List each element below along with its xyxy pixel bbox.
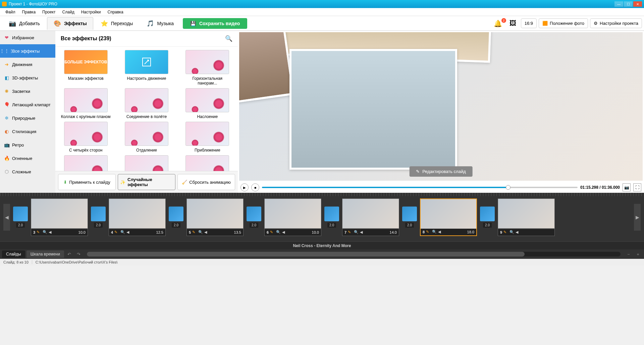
sidebar-item-6[interactable]: ❄Природные: [0, 111, 55, 125]
zoom-icon[interactable]: 🔍: [198, 230, 203, 234]
transition[interactable]: 2.0: [90, 204, 107, 231]
play-button[interactable]: ▶: [240, 183, 249, 191]
sidebar-item-7[interactable]: ◐Стилизация: [0, 125, 55, 138]
aspect-ratio-button[interactable]: 16:9: [521, 18, 537, 28]
slide-card[interactable]: 3✎🔍◀10.0: [31, 198, 88, 236]
sidebar-item-10[interactable]: ⬡Сложные: [0, 165, 55, 178]
effect-item[interactable]: Соединение в полёте: [119, 88, 173, 119]
edit-icon[interactable]: ✎: [114, 230, 119, 234]
transition[interactable]: 2.0: [401, 204, 418, 231]
prev-icon[interactable]: ◀: [126, 230, 131, 234]
effect-item[interactable]: [119, 155, 173, 171]
timeline-scrollbar[interactable]: [87, 252, 621, 256]
undo-button[interactable]: ↶: [65, 251, 73, 257]
reset-animation-button[interactable]: 🧹Сбросить анимацию: [177, 174, 235, 190]
photo-position-button[interactable]: 🟧Положение фото: [539, 18, 588, 28]
sidebar-item-2[interactable]: ➜Движения: [0, 58, 55, 71]
slide-card[interactable]: 4✎🔍◀12.5: [109, 198, 166, 236]
project-settings-button[interactable]: ⚙Настройки проекта: [590, 18, 642, 28]
zoom-in-button[interactable]: +: [634, 251, 642, 257]
slide-card[interactable]: 9✎🔍◀: [498, 198, 555, 236]
progress-thumb[interactable]: [506, 185, 511, 190]
save-video-button[interactable]: 💾Сохранить видео: [183, 18, 247, 29]
sidebar-item-4[interactable]: ✺Засветки: [0, 84, 55, 98]
slide-card[interactable]: 5✎🔍◀13.5: [186, 198, 244, 236]
effect-thumb: [185, 155, 229, 171]
timeline-prev[interactable]: ◀: [3, 204, 10, 231]
transition[interactable]: 2.0: [323, 204, 340, 231]
edit-icon[interactable]: ✎: [426, 230, 431, 234]
random-effects-button[interactable]: ✨Случайные эффекты: [118, 174, 175, 190]
menu-settings[interactable]: Настройки: [78, 10, 104, 14]
menu-project[interactable]: Проект: [39, 10, 59, 14]
effect-item[interactable]: Настроить движение: [119, 50, 173, 85]
fullscreen-button[interactable]: ⛶: [633, 183, 641, 191]
edit-icon[interactable]: ✎: [503, 230, 508, 234]
effect-item[interactable]: Горизонтальная панорам...: [180, 50, 234, 85]
transition[interactable]: 2.0: [168, 204, 184, 231]
audio-track[interactable]: Neil Cross - Eternity And More: [0, 241, 644, 249]
timeline-next[interactable]: ▶: [634, 204, 641, 231]
sidebar-item-5[interactable]: 🎈Летающий клипарт: [0, 98, 55, 111]
menu-help[interactable]: Справка: [104, 10, 126, 14]
tab-effects[interactable]: 🎨Эффекты: [47, 17, 93, 30]
minimize-button[interactable]: —: [614, 1, 623, 7]
effect-item[interactable]: С четырёх сторон: [59, 122, 113, 153]
edit-icon[interactable]: ✎: [192, 230, 197, 234]
effect-item[interactable]: Коллаж с крупным планом: [59, 88, 113, 119]
zoom-icon[interactable]: 🔍: [354, 230, 359, 234]
edit-icon[interactable]: ✎: [270, 230, 275, 234]
sidebar-item-1[interactable]: ⋮⋮⋮Все эффекты: [0, 44, 55, 58]
gallery-button[interactable]: 🖼: [507, 19, 519, 27]
prev-icon[interactable]: ◀: [438, 230, 443, 234]
menu-slide[interactable]: Слайд: [59, 10, 78, 14]
tab-music[interactable]: 🎵Музыка: [140, 17, 180, 30]
prev-icon[interactable]: ◀: [360, 230, 365, 234]
slide-card[interactable]: 7✎🔍◀14.0: [342, 198, 399, 236]
notifications-button[interactable]: 🔔2: [491, 19, 505, 27]
tab-timeline[interactable]: Шкала времени: [26, 250, 64, 258]
progress-bar[interactable]: [262, 187, 578, 188]
sidebar-item-0[interactable]: ❤Избранное: [0, 31, 55, 44]
prev-icon[interactable]: ◀: [49, 230, 53, 234]
effect-item[interactable]: [59, 155, 113, 171]
sidebar-item-8[interactable]: 📺Ретро: [0, 138, 55, 152]
sidebar-item-3[interactable]: ◧3D-эффекты: [0, 71, 55, 84]
effect-item[interactable]: Наслоение: [180, 88, 234, 119]
stop-button[interactable]: ■: [251, 183, 259, 191]
zoom-icon[interactable]: 🔍: [509, 230, 514, 234]
redo-button[interactable]: ↷: [75, 251, 83, 257]
sidebar-item-9[interactable]: 🔥Огненные: [0, 152, 55, 165]
effect-item[interactable]: Отдаление: [119, 122, 173, 153]
edit-slide-button[interactable]: ✎Редактировать слайд: [409, 166, 473, 177]
prev-icon[interactable]: ◀: [204, 230, 209, 234]
snapshot-button[interactable]: 📷: [623, 183, 631, 191]
zoom-icon[interactable]: 🔍: [432, 230, 437, 234]
apply-to-slide-button[interactable]: ⬇Применить к слайду: [58, 174, 116, 190]
menu-file[interactable]: Файл: [2, 10, 19, 14]
effect-item[interactable]: [180, 155, 234, 171]
zoom-icon[interactable]: 🔍: [120, 230, 125, 234]
effect-item[interactable]: Приближение: [180, 122, 234, 153]
tab-transitions[interactable]: ⭐Переходы: [94, 17, 140, 30]
tab-slides[interactable]: Слайды: [2, 250, 25, 258]
effect-item[interactable]: БОЛЬШЕ ЭФФЕКТОВМагазин эффектов: [59, 50, 113, 85]
menu-edit[interactable]: Правка: [19, 10, 39, 14]
transition[interactable]: 2.0: [12, 204, 29, 231]
transition[interactable]: 2.0: [246, 204, 262, 231]
prev-icon[interactable]: ◀: [282, 230, 287, 234]
slide-card[interactable]: 8✎🔍◀18.0: [420, 198, 477, 236]
zoom-out-button[interactable]: −: [625, 251, 633, 257]
edit-icon[interactable]: ✎: [348, 230, 353, 234]
slide-card[interactable]: 6✎🔍◀10.0: [264, 198, 321, 236]
edit-icon[interactable]: ✎: [37, 230, 41, 234]
maximize-button[interactable]: ☐: [624, 1, 633, 7]
tab-add[interactable]: 📷Добавить: [2, 17, 46, 30]
search-icon[interactable]: 🔍: [225, 35, 232, 42]
prev-icon[interactable]: ◀: [516, 230, 520, 234]
sidebar-label: Природные: [12, 116, 35, 121]
zoom-icon[interactable]: 🔍: [43, 230, 47, 234]
zoom-icon[interactable]: 🔍: [276, 230, 281, 234]
close-button[interactable]: ✕: [633, 1, 642, 7]
transition[interactable]: 2.0: [479, 204, 496, 231]
